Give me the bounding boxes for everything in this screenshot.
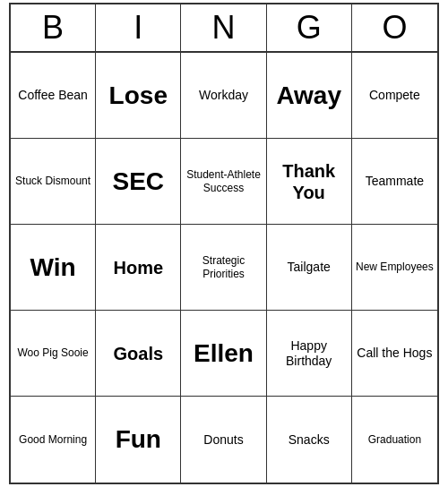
cell-text-0: Coffee Bean	[18, 88, 88, 103]
header-letter-G: G	[267, 4, 352, 51]
bingo-cell-8: Thank You	[267, 139, 352, 225]
cell-text-22: Donuts	[203, 432, 243, 448]
bingo-grid: Coffee BeanLoseWorkdayAwayCompeteStuck D…	[11, 53, 437, 483]
bingo-cell-13: Tailgate	[267, 225, 352, 311]
cell-text-9: Teammate	[366, 174, 424, 189]
bingo-cell-7: Student-Athlete Success	[181, 139, 266, 225]
bingo-cell-12: Strategic Priorities	[181, 225, 266, 311]
cell-text-12: Strategic Priorities	[185, 254, 262, 280]
bingo-cell-6: SEC	[96, 139, 181, 225]
bingo-cell-4: Compete	[352, 53, 437, 139]
bingo-cell-1: Lose	[96, 53, 181, 139]
cell-text-8: Thank You	[271, 160, 348, 203]
cell-text-19: Call the Hogs	[357, 346, 432, 361]
bingo-cell-14: New Employees	[352, 225, 437, 311]
bingo-cell-23: Snacks	[267, 397, 352, 483]
header-letter-B: B	[11, 4, 96, 51]
bingo-header: BINGO	[11, 4, 437, 53]
cell-text-15: Woo Pig Sooie	[18, 346, 89, 359]
cell-text-5: Stuck Dismount	[15, 175, 90, 187]
cell-text-18: Happy Birthday	[271, 338, 348, 369]
bingo-board: BINGO Coffee BeanLoseWorkdayAwayCompeteS…	[9, 3, 439, 484]
cell-text-1: Lose	[109, 81, 168, 111]
bingo-cell-18: Happy Birthday	[267, 311, 352, 397]
bingo-cell-19: Call the Hogs	[352, 311, 437, 397]
bingo-cell-20: Good Morning	[11, 397, 96, 483]
cell-text-20: Good Morning	[19, 433, 87, 446]
cell-text-13: Tailgate	[288, 260, 331, 275]
cell-text-17: Ellen	[194, 338, 254, 369]
bingo-cell-9: Teammate	[352, 139, 437, 225]
cell-text-6: SEC	[113, 167, 165, 197]
bingo-cell-15: Woo Pig Sooie	[11, 311, 96, 397]
bingo-cell-2: Workday	[181, 53, 266, 139]
bingo-cell-3: Away	[267, 53, 352, 139]
bingo-cell-11: Home	[96, 225, 181, 311]
cell-text-10: Win	[30, 252, 76, 283]
cell-text-2: Workday	[199, 88, 248, 103]
bingo-cell-5: Stuck Dismount	[11, 139, 96, 225]
cell-text-16: Goals	[114, 343, 164, 364]
cell-text-24: Graduation	[368, 433, 421, 446]
header-letter-O: O	[352, 4, 437, 51]
bingo-cell-22: Donuts	[181, 397, 266, 483]
cell-text-3: Away	[276, 81, 341, 111]
cell-text-4: Compete	[369, 88, 420, 103]
header-letter-I: I	[96, 4, 181, 51]
cell-text-23: Snacks	[289, 432, 330, 448]
bingo-cell-21: Fun	[96, 397, 181, 483]
cell-text-14: New Employees	[356, 261, 434, 273]
bingo-cell-16: Goals	[96, 311, 181, 397]
bingo-cell-17: Ellen	[181, 311, 266, 397]
cell-text-7: Student-Athlete Success	[185, 168, 262, 194]
cell-text-21: Fun	[116, 424, 161, 455]
cell-text-11: Home	[114, 257, 164, 278]
bingo-cell-0: Coffee Bean	[11, 53, 96, 139]
header-letter-N: N	[181, 4, 266, 51]
bingo-cell-24: Graduation	[352, 397, 437, 483]
bingo-cell-10: Win	[11, 225, 96, 311]
